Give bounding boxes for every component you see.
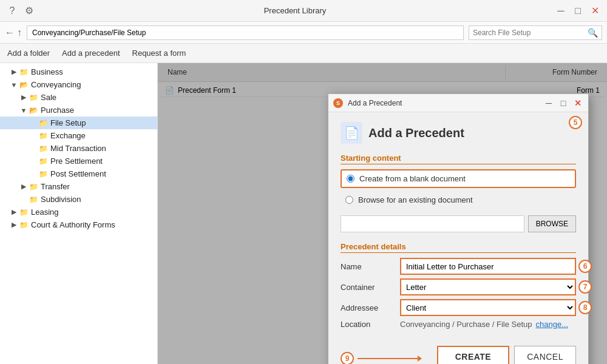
sidebar-item-label: Subdivision [41, 195, 81, 204]
search-input[interactable] [473, 29, 588, 37]
sidebar-item-label: Purchase [41, 106, 74, 115]
folder-icon: 📁 [19, 68, 29, 76]
step-8-indicator: 8 [578, 301, 592, 314]
sidebar: ▶ 📁 Business ▼ 📂 Conveyancing ▶ 📁 Sale ▼… [0, 63, 158, 364]
toolbar: Add a folder Add a precedent Request a f… [0, 44, 607, 63]
folder-icon: 📂 [29, 106, 38, 115]
addressee-field-wrapper: Client 8 [400, 299, 576, 316]
folder-icon: 📁 [39, 144, 48, 153]
details-grid: Name 6 Container Letter 7 Addressee [341, 258, 576, 329]
sidebar-item-pre-settlement[interactable]: 📁 Pre Settlement [0, 155, 157, 167]
sidebar-item-label: Mid Transaction [50, 144, 106, 153]
maximize-button[interactable]: □ [572, 5, 584, 16]
dialog-maximize-button[interactable]: □ [558, 98, 569, 108]
cancel-button[interactable]: CANCEL [514, 346, 576, 364]
expand-arrow [29, 120, 38, 127]
radio-blank-label: Create from a blank document [359, 174, 466, 183]
radio-blank-input[interactable] [347, 175, 354, 183]
location-row: Conveyancing / Purchase / File Setup cha… [400, 320, 576, 329]
close-button[interactable]: ✕ [589, 5, 601, 16]
expand-arrow: ▶ [19, 93, 28, 101]
folder-icon: 📁 [39, 119, 48, 127]
folder-icon: 📁 [29, 183, 38, 191]
address-bar: ← ↑ 🔍 [0, 22, 607, 44]
add-precedent-button[interactable]: Add a precedent [61, 46, 121, 60]
sidebar-item-conveyancing[interactable]: ▼ 📂 Conveyancing [0, 78, 157, 91]
sidebar-item-label: Business [31, 67, 63, 76]
radio-existing-document[interactable]: Browse for an existing document [341, 192, 576, 208]
folder-icon: 📁 [39, 132, 48, 140]
sidebar-item-exchange[interactable]: 📁 Exchange [0, 129, 157, 142]
sidebar-item-business[interactable]: ▶ 📁 Business [0, 66, 157, 78]
expand-arrow [19, 196, 28, 203]
add-precedent-dialog: S Add a Precedent ─ □ ✕ 5 📄 Add a Preced… [328, 93, 589, 364]
dialog-titlebar: S Add a Precedent ─ □ ✕ [328, 94, 588, 112]
sidebar-item-label: Post Settlement [50, 169, 106, 178]
folder-icon: 📁 [19, 221, 29, 229]
settings-icon[interactable]: ⚙ [23, 5, 35, 16]
browse-row: BROWSE [341, 215, 576, 232]
step-7-indicator: 7 [578, 280, 592, 294]
addressee-select[interactable]: Client [400, 299, 576, 316]
container-field-wrapper: Letter 7 [400, 278, 576, 295]
sidebar-item-file-setup[interactable]: 📁 File Setup [0, 116, 157, 129]
sidebar-item-post-settlement[interactable]: 📁 Post Settlement [0, 167, 157, 180]
browse-button[interactable]: BROWSE [528, 215, 576, 232]
expand-arrow: ▶ [10, 68, 18, 76]
sidebar-item-purchase[interactable]: ▼ 📂 Purchase [0, 104, 157, 116]
sidebar-item-label: Court & Authority Forms [31, 220, 115, 229]
expand-arrow: ▼ [19, 107, 28, 114]
dialog-footer: 9 CREATE CANCEL [328, 339, 588, 364]
sidebar-item-transfer[interactable]: ▶ 📁 Transfer [0, 180, 157, 193]
radio-existing-input[interactable] [345, 196, 353, 204]
name-field-wrapper: 6 [400, 258, 576, 275]
expand-arrow [29, 132, 38, 140]
content-area: Name Form Number 📄 Precedent Form 1 Form… [158, 63, 607, 364]
request-form-button[interactable]: Request a form [131, 46, 188, 60]
location-value: Conveyancing / Purchase / File Setup [400, 320, 532, 329]
create-button[interactable]: CREATE [437, 346, 510, 364]
document-add-icon: 📄 [341, 122, 362, 144]
expand-arrow [29, 145, 38, 152]
sidebar-item-sale[interactable]: ▶ 📁 Sale [0, 91, 157, 104]
main-area: ▶ 📁 Business ▼ 📂 Conveyancing ▶ 📁 Sale ▼… [0, 63, 607, 364]
up-button[interactable]: ↑ [17, 27, 22, 38]
app-title: Precedent Library [35, 6, 555, 15]
back-button[interactable]: ← [5, 27, 15, 38]
dialog-window-controls: ─ □ ✕ [543, 98, 583, 108]
addressee-label: Addressee [341, 303, 395, 312]
dialog-close-button[interactable]: ✕ [572, 98, 583, 108]
radio-group-starting-content: Create from a blank document Browse for … [341, 169, 576, 208]
step-6-indicator: 6 [578, 260, 592, 273]
add-folder-button[interactable]: Add a folder [6, 46, 51, 60]
minimize-button[interactable]: ─ [555, 5, 567, 16]
sidebar-item-label: Pre Settlement [50, 157, 103, 166]
help-icon[interactable]: ? [6, 5, 18, 16]
step-9-indicator: 9 [341, 352, 354, 364]
browse-file-input[interactable] [341, 215, 524, 232]
starting-content-label: Starting content [341, 153, 576, 164]
sidebar-item-leasing[interactable]: ▶ 📁 Leasing [0, 206, 157, 218]
sidebar-item-court-authority[interactable]: ▶ 📁 Court & Authority Forms [0, 218, 157, 231]
sidebar-item-label: Conveyancing [31, 80, 81, 89]
sidebar-item-label: Exchange [50, 131, 86, 140]
location-change-link[interactable]: change... [536, 320, 569, 329]
step-9-line [358, 358, 418, 359]
dialog-minimize-button[interactable]: ─ [543, 98, 554, 108]
sidebar-item-subdivision[interactable]: 📁 Subdivision [0, 193, 157, 206]
folder-icon: 📁 [19, 208, 29, 217]
container-select[interactable]: Letter [400, 278, 576, 295]
sidebar-item-mid-transaction[interactable]: 📁 Mid Transaction [0, 142, 157, 155]
expand-arrow [29, 158, 38, 165]
folder-icon: 📁 [29, 93, 38, 102]
dialog-body: 5 📄 Add a Precedent Starting content Cre… [328, 112, 588, 339]
folder-icon: 📁 [29, 195, 38, 204]
radio-existing-label: Browse for an existing document [358, 195, 473, 204]
search-box: 🔍 [469, 25, 602, 40]
name-input[interactable] [400, 258, 576, 275]
radio-blank-document[interactable]: Create from a blank document [341, 169, 576, 188]
folder-icon: 📁 [39, 157, 48, 166]
address-input[interactable] [27, 25, 464, 40]
nav-controls: ← ↑ [5, 27, 22, 38]
title-bar-left-controls: ? ⚙ [6, 5, 35, 16]
